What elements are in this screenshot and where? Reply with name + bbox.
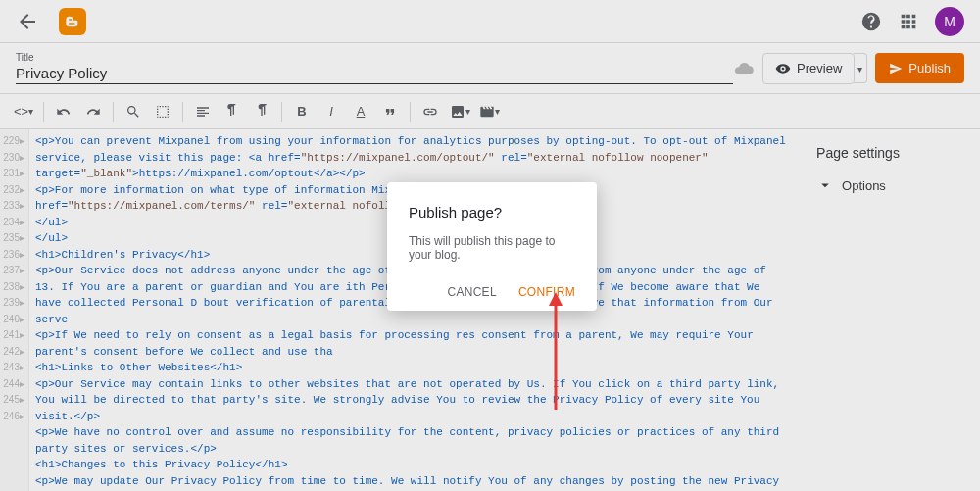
dialog-body: This will publish this page to your blog…	[409, 234, 575, 262]
dialog-title: Publish page?	[409, 204, 575, 221]
annotation-arrow	[547, 292, 564, 410]
publish-dialog: Publish page? This will publish this pag…	[387, 182, 597, 311]
cancel-button[interactable]: CANCEL	[447, 285, 496, 299]
svg-marker-1	[549, 292, 563, 306]
